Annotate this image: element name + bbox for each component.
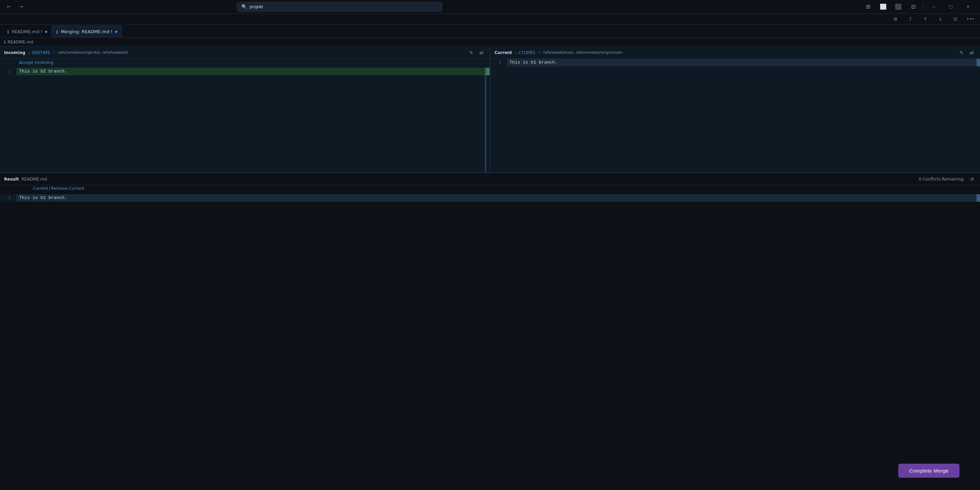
- current-content: 1 This is b1 branch.: [490, 59, 980, 172]
- current-line-content: This is b1 branch.: [507, 59, 977, 66]
- editor-actions: ⧉ ⤴ ↑ ↓ ⊡ •••: [888, 14, 977, 25]
- incoming-panel-header: Incoming ⬦ d107491 • refs/remotes/origin…: [0, 46, 490, 59]
- current-refs: refs/heads/main, refs/remotes/origin/mai…: [543, 50, 623, 55]
- incoming-line-content: This is b2 branch.: [16, 68, 486, 75]
- result-line-content: This is b1 branch.: [16, 194, 977, 202]
- tab-merging-label: Merging: README.md !: [61, 29, 113, 34]
- incoming-panel: Incoming ⬦ d107491 • refs/remotes/origin…: [0, 46, 490, 172]
- current-separator: •: [538, 50, 541, 55]
- tab-info-icon: ℹ: [7, 29, 9, 35]
- result-line-1: 1 This is b1 branch.: [0, 194, 980, 202]
- incoming-edit-button[interactable]: ✎: [467, 49, 475, 57]
- secondary-toolbar: ⧉ ⤴ ↑ ↓ ⊡ •••: [0, 14, 980, 25]
- arrow-up-icon[interactable]: ↑: [918, 14, 932, 25]
- layout-split-icon[interactable]: ⊟: [907, 2, 920, 12]
- side-by-side-icon[interactable]: ⊡: [948, 14, 962, 25]
- incoming-actions: ✎ ⇄: [467, 49, 485, 57]
- result-content: Current | Remove Current 1 This is b1 br…: [0, 185, 980, 490]
- result-tooltip: Current | Remove Current: [16, 186, 84, 191]
- top-panels: Incoming ⬦ d107491 • refs/remotes/origin…: [0, 46, 980, 173]
- close-button[interactable]: ✕: [960, 2, 976, 12]
- search-bar[interactable]: 🔍: [237, 2, 442, 12]
- incoming-merge-button[interactable]: ⇄: [477, 49, 485, 57]
- current-commit: ⬦ c71bf91: [515, 50, 536, 55]
- maximize-button[interactable]: □: [943, 2, 959, 12]
- current-edit-button[interactable]: ✎: [958, 49, 966, 57]
- search-input[interactable]: [250, 4, 438, 9]
- result-header-right: 0 Conflicts Remaining ↺: [919, 175, 976, 183]
- nav-buttons: ← →: [4, 2, 26, 12]
- tabbar: ℹ README.md ! ℹ Merging: README.md !: [0, 25, 980, 38]
- incoming-separator: •: [53, 50, 56, 55]
- incoming-label: Incoming: [4, 50, 25, 55]
- current-line-number: 1: [490, 59, 507, 66]
- incoming-content: Accept Incoming 1 This is b2 branch.: [0, 59, 490, 172]
- current-panel: Current ⬦ c71bf91 • refs/heads/main, ref…: [490, 46, 980, 172]
- editor-container: Incoming ⬦ d107491 • refs/remotes/origin…: [0, 46, 980, 490]
- layout-grid-icon[interactable]: ⊞: [861, 2, 875, 12]
- result-file: README.md: [22, 177, 47, 181]
- undo-button[interactable]: ↺: [968, 175, 976, 183]
- titlebar: ← → 🔍 ⊞ ⬜ ⬛ ⊟ — □ ✕: [0, 0, 980, 14]
- current-scrollbar-marker: [977, 59, 980, 66]
- incoming-commit: ⬦ d107491: [28, 50, 50, 55]
- breadcrumb-label: README.md: [8, 40, 33, 45]
- nav-back-button[interactable]: ←: [4, 2, 14, 12]
- upload-icon[interactable]: ⤴: [904, 14, 917, 25]
- result-accept-current-button[interactable]: Current: [33, 186, 48, 191]
- layout-right-icon[interactable]: ⬛: [891, 2, 905, 12]
- result-header: Result README.md 0 Conflicts Remaining ↺: [0, 173, 980, 185]
- more-actions-icon[interactable]: •••: [964, 14, 977, 25]
- titlebar-right: ⊞ ⬜ ⬛ ⊟ — □ ✕: [861, 2, 976, 12]
- result-scrollbar-marker: [977, 194, 980, 202]
- incoming-line-1: 1 This is b2 branch.: [0, 68, 490, 75]
- result-tooltip-separator: |: [49, 186, 50, 191]
- incoming-line-number: 1: [0, 68, 16, 75]
- breadcrumb-icon: ℹ: [4, 40, 6, 45]
- incoming-commit-icon: ⬦: [28, 50, 30, 55]
- current-label: Current: [495, 50, 512, 55]
- incoming-refs: refs/remotes/origin/b2, refs/heads/b2: [58, 50, 128, 55]
- result-line-number: 1: [0, 194, 16, 202]
- tab-readme-label: README.md !: [12, 29, 42, 34]
- current-actions: ✎ ⇄: [958, 49, 976, 57]
- tab-readme-dot: [45, 31, 47, 33]
- layout-left-icon[interactable]: ⬜: [877, 2, 890, 12]
- arrow-down-icon[interactable]: ↓: [934, 14, 947, 25]
- result-panel: Result README.md 0 Conflicts Remaining ↺…: [0, 173, 980, 490]
- complete-merge-button[interactable]: Complete Merge: [898, 464, 959, 478]
- tab-merging-info-icon: ℹ: [56, 29, 58, 35]
- breadcrumb: ℹ README.md: [0, 38, 980, 46]
- tab-merging-dot: [115, 31, 117, 33]
- conflicts-remaining-label: 0 Conflicts Remaining: [919, 177, 964, 181]
- minimize-button[interactable]: —: [926, 2, 942, 12]
- incoming-commit-hash: d107491: [32, 50, 50, 55]
- split-editor-icon[interactable]: ⧉: [888, 14, 902, 25]
- current-merge-button[interactable]: ⇄: [968, 49, 976, 57]
- result-label: Result: [4, 177, 19, 181]
- nav-forward-button[interactable]: →: [16, 2, 26, 12]
- current-panel-header: Current ⬦ c71bf91 • refs/heads/main, ref…: [490, 46, 980, 59]
- accept-incoming-button[interactable]: Accept Incoming: [16, 59, 56, 66]
- current-line-1: 1 This is b1 branch.: [490, 59, 980, 66]
- search-icon: 🔍: [242, 4, 247, 9]
- incoming-gutter-line: [485, 68, 486, 172]
- tab-merging-readme[interactable]: ℹ Merging: README.md !: [52, 25, 122, 37]
- incoming-scrollbar-marker: [486, 68, 490, 75]
- result-remove-current-button[interactable]: Remove Current: [51, 186, 84, 191]
- current-commit-icon: ⬦: [515, 50, 517, 55]
- tab-readme[interactable]: ℹ README.md !: [3, 25, 52, 37]
- current-commit-hash: c71bf91: [519, 50, 536, 55]
